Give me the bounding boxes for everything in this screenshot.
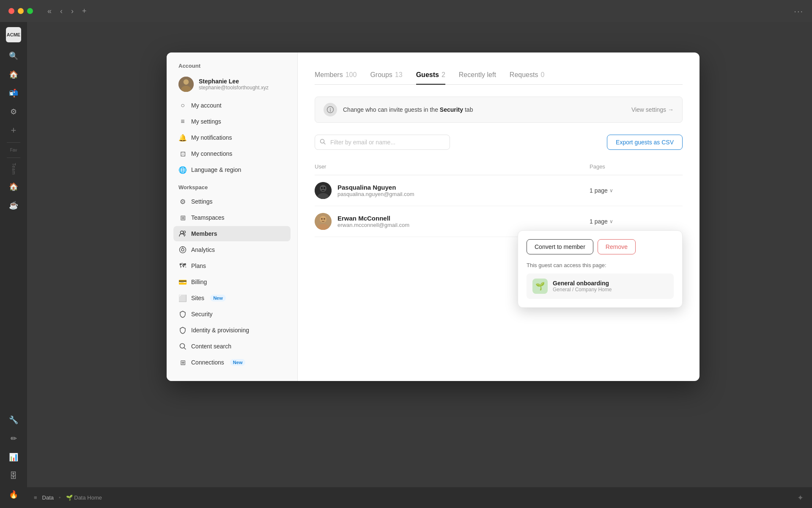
page-name: General onboarding xyxy=(553,280,612,287)
sidebar-icon-inbox[interactable]: 📬 xyxy=(5,85,22,102)
sites-new-badge: New xyxy=(210,295,226,301)
nav-item-plans[interactable]: 🗺 Plans xyxy=(173,258,291,273)
sidebar-icon-team-coffee[interactable]: ☕ xyxy=(5,197,22,214)
nav-item-my-settings[interactable]: ≡ My settings xyxy=(173,114,291,129)
nav-item-security[interactable]: Security xyxy=(173,306,291,322)
view-settings-link[interactable]: View settings → xyxy=(631,106,674,113)
remove-guest-button[interactable]: Remove xyxy=(598,239,636,254)
sidebar-icon-settings[interactable]: ⚙ xyxy=(5,103,22,120)
workspace-logo[interactable]: ACME xyxy=(6,27,21,42)
sidebar-icon-add[interactable]: + xyxy=(5,122,22,139)
my-account-icon: ○ xyxy=(178,101,187,110)
globe-icon: 🌐 xyxy=(178,166,187,174)
forward-button[interactable]: › xyxy=(69,5,75,17)
info-banner: Change who can invite guests in the Secu… xyxy=(315,97,683,123)
sidebar-icon-pencil[interactable]: ✏ xyxy=(5,430,22,447)
pages-cell-pasqualina[interactable]: 1 page ∨ xyxy=(590,187,683,194)
nav-item-identity-provisioning[interactable]: Identity & provisioning xyxy=(173,323,291,338)
user-profile[interactable]: Stephanie Lee stephanie@toolsforthought.… xyxy=(173,72,291,96)
avatar xyxy=(315,182,332,199)
connections-icon: ⊡ xyxy=(178,149,187,158)
tab-members[interactable]: Members 100 xyxy=(315,66,357,85)
sidebar-icon-team-home[interactable]: 🏠 xyxy=(5,178,22,195)
svg-point-8 xyxy=(180,344,185,348)
chevron-down-icon: ∨ xyxy=(609,188,613,193)
sites-icon: ⬜ xyxy=(178,294,187,302)
member-details-erwan: Erwan McConnell erwan.mcconnell@gmail.co… xyxy=(337,215,409,228)
svg-point-17 xyxy=(321,187,323,189)
nav-item-connections[interactable]: ⊞ Connections New xyxy=(173,355,291,370)
teamspaces-icon: ⊞ xyxy=(178,213,187,222)
sidebar-icon-db[interactable]: 🗄 xyxy=(5,467,22,484)
guest-action-popup: Convert to member Remove This guest can … xyxy=(518,230,683,308)
info-text: Change who can invite guests in the Secu… xyxy=(343,106,473,113)
chevron-down-icon: ∨ xyxy=(609,218,613,224)
user-name: Stephanie Lee xyxy=(199,78,269,85)
guest-search-input[interactable] xyxy=(315,135,450,150)
convert-to-member-button[interactable]: Convert to member xyxy=(527,239,593,254)
close-button[interactable] xyxy=(8,8,14,14)
svg-point-1 xyxy=(184,79,189,85)
window-menu-button[interactable]: ··· xyxy=(794,6,804,16)
collapse-nav-button[interactable]: « xyxy=(46,5,53,17)
sidebar-icon-fire[interactable]: 🔥 xyxy=(5,486,22,503)
avatar xyxy=(178,77,194,92)
data-icon: ≡ xyxy=(34,494,37,501)
nav-item-my-connections[interactable]: ⊡ My connections xyxy=(173,146,291,161)
add-button[interactable]: + xyxy=(80,5,88,17)
table-row: Pasqualina Nguyen pasqualina.nguyen@gmai… xyxy=(315,175,683,206)
sidebar-divider-1 xyxy=(7,142,20,143)
minimize-button[interactable] xyxy=(18,8,24,14)
info-banner-content: Change who can invite guests in the Secu… xyxy=(324,103,473,116)
content-search-icon xyxy=(178,342,187,351)
bell-icon: 🔔 xyxy=(178,133,187,142)
guests-table: User Pages xyxy=(315,160,683,237)
svg-point-23 xyxy=(324,218,325,220)
nav-item-content-search[interactable]: Content search xyxy=(173,339,291,354)
security-icon xyxy=(178,310,187,318)
svg-line-13 xyxy=(324,143,326,144)
nav-item-billing[interactable]: 💳 Billing xyxy=(173,274,291,290)
sidebar-icon-chart[interactable]: 📊 xyxy=(5,449,22,466)
sidebar-icon-home[interactable]: 🏠 xyxy=(5,66,22,83)
tab-guests[interactable]: Guests 2 xyxy=(416,66,445,85)
back-button[interactable]: ‹ xyxy=(58,5,64,17)
page-info: General onboarding General / Company Hom… xyxy=(553,280,612,293)
svg-point-6 xyxy=(181,248,184,251)
member-info-erwan: Erwan McConnell erwan.mcconnell@gmail.co… xyxy=(315,213,590,230)
app-icon-sidebar: ACME 🔍 🏠 📬 ⚙ + Fav Team 🏠 ☕ 🔧 ✏ 📊 🗄 🔥 xyxy=(0,22,27,508)
plans-icon: 🗺 xyxy=(178,262,187,270)
billing-icon: 💳 xyxy=(178,278,187,286)
tab-recently-left[interactable]: Recently left xyxy=(459,66,496,85)
nav-item-members[interactable]: Members xyxy=(173,226,291,241)
tab-groups[interactable]: Groups 13 xyxy=(370,66,402,85)
maximize-button[interactable] xyxy=(27,8,33,14)
export-guests-button[interactable]: Export guests as CSV xyxy=(607,135,683,150)
nav-item-sites[interactable]: ⬜ Sites New xyxy=(173,290,291,306)
avatar xyxy=(315,213,332,230)
user-email: stephanie@toolsforthought.xyz xyxy=(199,85,269,91)
modal-overlay: Account Stephanie Lee stephan xyxy=(54,44,812,508)
nav-item-language-region[interactable]: 🌐 Language & region xyxy=(173,162,291,177)
traffic-lights xyxy=(8,8,33,14)
table-header: User Pages xyxy=(315,160,683,175)
col-header-user: User xyxy=(315,163,590,170)
sparkle-icon[interactable]: ✦ xyxy=(797,493,804,502)
nav-item-teamspaces[interactable]: ⊞ Teamspaces xyxy=(173,210,291,225)
svg-point-18 xyxy=(324,187,325,189)
sidebar-icon-search[interactable]: 🔍 xyxy=(5,47,22,64)
sidebar-icon-tool1[interactable]: 🔧 xyxy=(5,411,22,428)
tab-requests[interactable]: Requests 0 xyxy=(510,66,545,85)
members-icon xyxy=(178,229,187,238)
analytics-icon xyxy=(178,246,187,254)
nav-item-analytics[interactable]: Analytics xyxy=(173,242,291,257)
pages-cell-erwan[interactable]: 1 page ∨ xyxy=(590,218,683,225)
data-home-label[interactable]: 🌱 Data Home xyxy=(66,494,102,501)
settings-nav-panel: Account Stephanie Lee stephan xyxy=(167,52,298,381)
data-label[interactable]: Data xyxy=(42,494,54,501)
nav-item-settings[interactable]: ⚙ Settings xyxy=(173,194,291,209)
bottom-strip: ≡ Data • 🌱 Data Home ✦ xyxy=(27,487,812,508)
nav-item-my-notifications[interactable]: 🔔 My notifications xyxy=(173,130,291,145)
settings-icon: ⚙ xyxy=(178,197,187,206)
nav-item-my-account[interactable]: ○ My account xyxy=(173,98,291,113)
